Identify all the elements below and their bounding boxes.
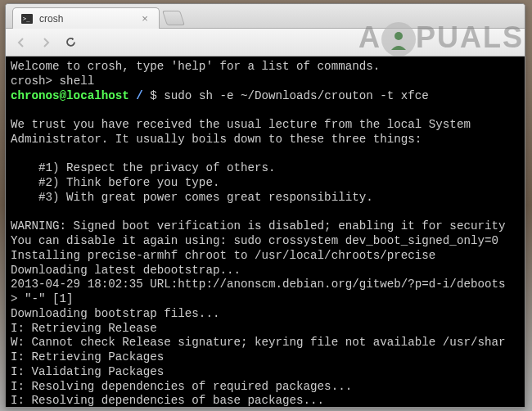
terminal-line: Administrator. It usually boils down to …: [11, 133, 422, 146]
svg-text:>_: >_: [23, 16, 30, 22]
terminal-line: #2) Think before you type.: [11, 176, 219, 189]
terminal-line: > "-" [1]: [11, 292, 74, 305]
terminal-line: I: Resolving dependencies of base packag…: [11, 394, 324, 407]
tab-title: crosh: [39, 13, 63, 25]
terminal-line: I: Resolving dependencies of required pa…: [11, 380, 352, 393]
terminal-line: Downloading latest debootstrap...: [11, 264, 241, 277]
tab-close-icon[interactable]: ×: [139, 13, 151, 25]
forward-button[interactable]: [37, 34, 55, 52]
terminal-line: 2013-04-29 18:02:35 URL:http://anonscm.d…: [11, 278, 506, 291]
terminal-prompt: chronos@localhost / $ sudo sh -e ~/Downl…: [11, 89, 429, 102]
terminal-line: We trust you have received the usual lec…: [11, 118, 471, 131]
terminal-line: Installing precise-armhf chroot to /usr/…: [11, 249, 435, 262]
reload-button[interactable]: [61, 34, 79, 52]
terminal-line: I: Retrieving Packages: [11, 350, 164, 364]
tab-crosh[interactable]: >_ crosh ×: [12, 7, 160, 29]
terminal-line: W: Cannot check Release signature; keyri…: [11, 336, 506, 349]
terminal-line: I: Validating Packages: [11, 365, 164, 378]
terminal-line: WARNING: Signed boot verification is dis…: [11, 219, 506, 233]
terminal-line: #3) With great power comes great respons…: [11, 191, 373, 204]
toolbar: [6, 29, 525, 56]
terminal-line: Downloading bootstrap files...: [11, 307, 219, 320]
tab-strip: >_ crosh ×: [6, 4, 525, 29]
terminal-output[interactable]: Welcome to crosh, type 'help' for a list…: [6, 56, 525, 407]
user-host: chronos@localhost: [11, 89, 129, 102]
terminal-icon: >_: [21, 13, 33, 25]
browser-window: >_ crosh × Welcome to crosh, type 'help'…: [5, 3, 525, 408]
terminal-prompt: crosh> shell: [11, 75, 94, 88]
new-tab-button[interactable]: [162, 11, 185, 25]
terminal-line: Welcome to crosh, type 'help' for a list…: [11, 60, 380, 73]
back-button[interactable]: [12, 34, 30, 52]
terminal-line: I: Retrieving Release: [11, 322, 157, 335]
terminal-line: #1) Respect the privacy of others.: [11, 161, 276, 174]
terminal-line: You can disable it again using: sudo cro…: [11, 234, 498, 247]
cwd-path: /: [129, 89, 151, 102]
